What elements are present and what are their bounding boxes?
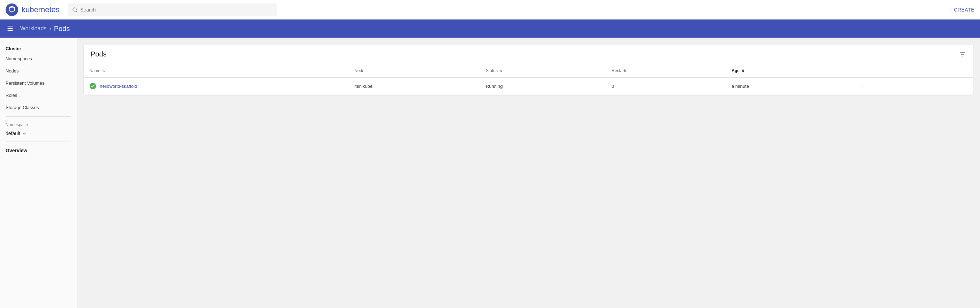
col-actions	[854, 64, 973, 78]
svg-point-13	[90, 83, 96, 89]
sidebar-divider-2	[6, 141, 71, 141]
pod-restarts: 0	[606, 78, 726, 95]
app-title: kubernetes	[22, 5, 60, 14]
svg-point-4	[9, 8, 10, 9]
col-restarts: Restarts	[606, 64, 726, 78]
create-button[interactable]: + CREATE	[949, 7, 974, 13]
svg-point-3	[11, 11, 13, 13]
sidebar-item-overview[interactable]: Overview	[0, 144, 77, 157]
col-status[interactable]: Status ⇅	[480, 64, 606, 78]
sidebar-item-persistent-volumes[interactable]: Persistent Volumes	[0, 77, 77, 89]
pod-name-cell: helloworld-skaffold	[84, 78, 349, 95]
hamburger-icon[interactable]: ☰	[7, 24, 13, 33]
svg-point-18	[872, 86, 872, 86]
search-box[interactable]	[68, 3, 277, 16]
pods-table: Name ⇅ Node Status ⇅ Restarts	[84, 64, 973, 95]
svg-point-2	[11, 7, 13, 8]
sidebar-item-nodes[interactable]: Nodes	[0, 65, 77, 77]
svg-line-9	[76, 10, 77, 11]
sidebar: Cluster Namespaces Nodes Persistent Volu…	[0, 38, 77, 308]
table-body: helloworld-skaffold minikube Running 0 a…	[84, 78, 973, 95]
name-sort-arrow: ⇅	[102, 69, 105, 73]
svg-point-5	[14, 8, 15, 9]
more-options-icon[interactable]	[869, 83, 875, 89]
search-input[interactable]	[80, 7, 273, 13]
topbar: kubernetes + CREATE	[0, 0, 980, 19]
cluster-section-title: Cluster	[0, 43, 77, 52]
svg-point-8	[73, 8, 76, 11]
table-header: Name ⇅ Node Status ⇅ Restarts	[84, 64, 973, 78]
breadcrumb-bar: ☰ Workloads › Pods	[0, 19, 980, 38]
pod-node: minikube	[349, 78, 480, 95]
col-name[interactable]: Name ⇅	[84, 64, 349, 78]
breadcrumb-current: Pods	[54, 25, 70, 33]
sidebar-item-namespaces[interactable]: Namespaces	[0, 52, 77, 65]
kubernetes-logo-icon	[6, 3, 18, 16]
svg-point-6	[9, 10, 10, 11]
col-node: Node	[349, 64, 480, 78]
col-age[interactable]: Age ⇅	[726, 64, 854, 78]
filter-icon[interactable]	[959, 51, 966, 58]
logs-icon[interactable]	[860, 83, 866, 89]
logo: kubernetes	[6, 3, 60, 16]
breadcrumb-parent[interactable]: Workloads	[20, 25, 46, 32]
main-content: Pods Name ⇅ Node	[77, 38, 980, 308]
namespace-label: Namespace	[0, 119, 77, 129]
chevron-down-icon	[22, 131, 27, 136]
pod-age: a minute	[726, 78, 854, 95]
namespace-selector[interactable]: default	[0, 129, 77, 138]
svg-point-1	[11, 9, 13, 11]
card-header: Pods	[84, 44, 973, 64]
pod-link[interactable]: helloworld-skaffold	[100, 84, 137, 89]
search-icon	[72, 7, 78, 13]
svg-point-7	[14, 10, 15, 11]
status-sort-arrow: ⇅	[500, 69, 502, 73]
running-status-icon	[89, 83, 96, 89]
pods-card: Pods Name ⇅ Node	[84, 44, 973, 95]
sidebar-item-roles[interactable]: Roles	[0, 89, 77, 102]
sidebar-divider	[6, 116, 71, 117]
breadcrumb-separator: ›	[49, 25, 51, 32]
card-title: Pods	[91, 50, 107, 58]
pod-status: Running	[480, 78, 606, 95]
svg-point-17	[872, 85, 872, 85]
svg-point-19	[872, 87, 872, 87]
age-sort-arrow: ⇅	[741, 69, 744, 73]
table-row: helloworld-skaffold minikube Running 0 a…	[84, 78, 973, 95]
namespace-value: default	[6, 131, 20, 136]
sidebar-item-storage-classes[interactable]: Storage Classes	[0, 102, 77, 114]
layout: Cluster Namespaces Nodes Persistent Volu…	[0, 38, 980, 308]
pod-row-actions	[854, 78, 973, 95]
